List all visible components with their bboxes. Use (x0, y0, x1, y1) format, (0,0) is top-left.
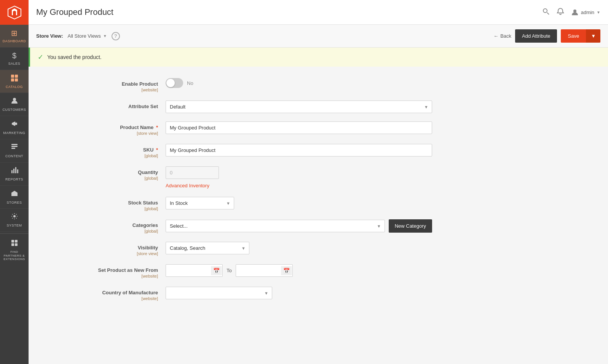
new-from-calendar-button[interactable]: 📅 (211, 266, 222, 275)
store-view-label: Store View: (36, 33, 63, 39)
back-button[interactable]: ← Back (493, 33, 511, 39)
add-attribute-button[interactable]: Add Attribute (515, 29, 557, 43)
svg-line-20 (547, 13, 549, 14)
search-icon[interactable] (542, 8, 550, 17)
sidebar-item-catalog[interactable]: CATALOG (0, 70, 29, 93)
sku-required: * (156, 147, 158, 153)
svg-point-4 (13, 98, 16, 101)
help-icon[interactable]: ? (112, 32, 120, 40)
sidebar-item-stores[interactable]: STORES (0, 186, 29, 209)
page-header: My Grouped Product admin ▼ (29, 0, 608, 25)
svg-rect-16 (15, 240, 18, 243)
sidebar-item-sales[interactable]: $ SALES (0, 48, 29, 70)
toolbar: Store View: All Store Views ▼ ? ← Back A… (29, 25, 608, 48)
header-actions: admin ▼ (542, 8, 600, 17)
catalog-icon (11, 74, 18, 83)
attribute-set-label-col: Attribute Set (59, 101, 166, 109)
sidebar-item-content[interactable]: CONTENT (0, 139, 29, 163)
store-view-caret-icon: ▼ (103, 34, 107, 38)
stock-status-scope: [global] (59, 206, 158, 211)
sidebar-logo[interactable] (0, 0, 29, 25)
new-from-row: Set Product as New From [website] 📅 To (59, 264, 516, 278)
svg-rect-15 (11, 240, 14, 243)
attribute-set-control: Default Top Bottom Electronics ▼ (166, 101, 432, 113)
sidebar-item-label: FIND PARTNERS & EXTENSIONS (2, 250, 27, 261)
categories-label-col: Categories [global] (59, 219, 166, 233)
store-view-select[interactable]: All Store Views ▼ (68, 33, 107, 39)
advanced-inventory-link[interactable]: Advanced Inventory (166, 183, 209, 188)
reports-icon (11, 166, 18, 176)
new-from-control: 📅 To 📅 (166, 264, 516, 277)
user-menu[interactable]: admin ▼ (571, 8, 600, 16)
product-name-label-col: Product Name * [store view] (59, 121, 166, 136)
sidebar-item-label: STORES (7, 201, 22, 205)
sku-row: SKU * [global] (59, 144, 516, 158)
country-manufacture-select[interactable]: United States China Germany (166, 287, 272, 299)
back-arrow-icon: ← (493, 33, 498, 39)
categories-select-wrapper: Select... ▼ (166, 220, 385, 232)
toolbar-right: ← Back Add Attribute Save ▼ (493, 29, 600, 43)
country-manufacture-row: Country of Manufacture [website] United … (59, 287, 516, 301)
sidebar-item-label: REPORTS (5, 177, 23, 182)
stores-icon (11, 190, 18, 199)
save-button[interactable]: Save (561, 29, 586, 43)
svg-rect-1 (15, 75, 18, 78)
product-name-required: * (156, 125, 158, 130)
categories-row: Categories [global] Select... ▼ New Cate… (59, 219, 516, 233)
attribute-set-select[interactable]: Default Top Bottom Electronics (166, 101, 432, 113)
new-to-calendar-button[interactable]: 📅 (281, 266, 292, 275)
main-area: My Grouped Product admin ▼ Store View: A… (29, 0, 608, 364)
sidebar-item-dashboard[interactable]: ⊞ DASHBOARD (0, 25, 29, 48)
user-dropdown-icon: ▼ (597, 10, 600, 14)
stock-status-label: Stock Status (128, 200, 158, 206)
new-category-label: New Category (395, 223, 426, 229)
svg-rect-10 (13, 169, 14, 173)
calendar-icon-2: 📅 (283, 268, 290, 274)
stock-status-control: In Stock Out of Stock ▼ (166, 197, 516, 209)
svg-point-21 (573, 10, 576, 13)
stock-status-select-wrapper: In Stock Out of Stock ▼ (166, 197, 234, 209)
stock-status-select[interactable]: In Stock Out of Stock (166, 197, 234, 209)
stock-status-row: Stock Status [global] In Stock Out of St… (59, 197, 516, 211)
product-name-control (166, 121, 432, 134)
new-from-label: Set Product as New From (98, 267, 158, 273)
sidebar-item-label: DASHBOARD (3, 39, 26, 43)
new-from-scope: [website] (59, 274, 158, 278)
svg-point-19 (543, 9, 547, 13)
sidebar-divider (0, 233, 29, 234)
sku-input[interactable] (166, 144, 432, 156)
partners-icon (11, 239, 18, 249)
sidebar-item-label: SALES (8, 62, 21, 66)
svg-rect-12 (17, 169, 18, 173)
save-dropdown-button[interactable]: ▼ (586, 29, 600, 43)
system-icon (11, 212, 18, 222)
attribute-set-select-wrapper: Default Top Bottom Electronics ▼ (166, 101, 432, 113)
visibility-select[interactable]: Not Visible Individually Catalog Search … (166, 242, 249, 254)
quantity-label-col: Quantity [global] (59, 166, 166, 180)
visibility-label-col: Visibility [store view] (59, 242, 166, 256)
calendar-icon: 📅 (213, 268, 220, 274)
svg-rect-13 (13, 194, 16, 196)
country-manufacture-control: United States China Germany ▼ (166, 287, 516, 299)
save-button-group: Save ▼ (561, 29, 600, 43)
bell-icon[interactable] (557, 8, 564, 17)
svg-rect-9 (11, 170, 13, 173)
visibility-scope: [store view] (59, 251, 158, 256)
categories-select[interactable]: Select... (166, 220, 385, 232)
sidebar-item-partners[interactable]: FIND PARTNERS & EXTENSIONS (0, 235, 29, 265)
visibility-select-wrapper: Not Visible Individually Catalog Search … (166, 242, 249, 254)
quantity-scope: [global] (59, 176, 158, 180)
sku-label: SKU * (143, 147, 158, 153)
sidebar-item-marketing[interactable]: MARKETING (0, 116, 29, 139)
enable-product-toggle[interactable] (166, 78, 183, 88)
sidebar-item-customers[interactable]: CUSTOMERS (0, 93, 29, 116)
sidebar-item-reports[interactable]: REPORTS (0, 163, 29, 186)
categories-control: Select... ▼ New Category (166, 219, 432, 233)
sidebar-item-system[interactable]: SYSTEM (0, 209, 29, 232)
enable-product-label-col: Enable Product [website] (59, 78, 166, 92)
add-attribute-label: Add Attribute (522, 33, 550, 39)
new-category-button[interactable]: New Category (389, 219, 432, 233)
product-name-input[interactable] (166, 121, 432, 134)
quantity-input[interactable] (166, 166, 219, 179)
visibility-row: Visibility [store view] Not Visible Indi… (59, 242, 516, 256)
